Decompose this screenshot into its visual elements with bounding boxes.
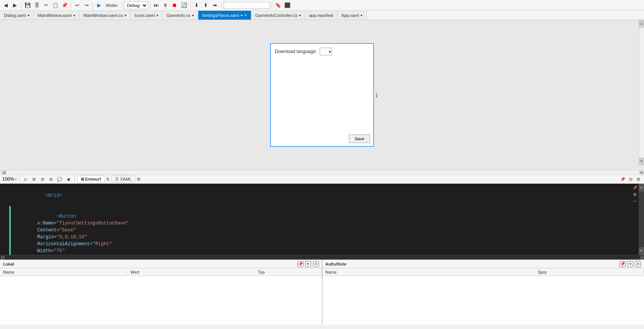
tab-settings-flyout[interactable]: SettingsFlyout.xaml ● ✕ [198,11,251,20]
tab-label: App.xaml [341,13,359,18]
pin-editor-btn[interactable]: 📌 [632,184,638,191]
tab-gameinfo-cs[interactable]: GameInfo.cs ● [163,11,198,20]
flyout-language-combo[interactable]: ▾ [320,48,332,55]
aufruf-panel-body [322,276,644,325]
tab-xaml[interactable]: 🗒 XAML [111,176,135,183]
step-over2-btn[interactable]: ➡ [211,1,219,10]
back-btn[interactable]: ◀ [2,1,10,10]
sep2 [71,2,71,9]
stop-btn[interactable]: ⏹ [171,1,179,10]
aufruf-panel-header: Aufrufliste 📌 ▾ ✕ [322,260,644,268]
tab-mainwindow-xaml[interactable]: MainWindow.xaml ● [34,11,80,20]
bottom-panels: Lokal 📌 ▾ ✕ Name Wert Typ Aufrufliste 📌 … [0,259,644,325]
cut-btn[interactable]: ✂ [42,1,50,10]
pause-btn[interactable]: ⏸ [161,1,170,10]
sep-zoom [19,176,20,183]
split-v-btn[interactable]: ⊞ [635,176,642,183]
lokal-panel-title: Lokal [3,262,296,266]
aufruf-dropdown-btn[interactable]: ▾ [627,261,633,267]
play-btn[interactable]: ▶ [95,1,103,10]
undo-btn[interactable]: ↩ [73,1,81,10]
split-editor-btn[interactable]: ⊞ [632,191,638,197]
aufruf-panel-title: Aufrufliste [325,262,618,266]
tab-gameinfocontroller[interactable]: GameInfoController.cs ● [251,11,305,20]
grid-btn[interactable]: ⊞ [31,176,38,183]
minimize-editor-btn[interactable]: — [632,198,638,204]
zoom-arrow-icon: ▾ [15,178,17,181]
flyout-save-button[interactable]: Save [349,135,370,143]
vscroll-down-btn[interactable]: ▼ [639,158,644,165]
tab-dirty-indicator: ● [73,13,75,17]
tab-label: GameInfoController.cs [255,13,297,18]
zoom-dropdown[interactable]: 100% ▾ [2,176,17,182]
vscroll-up-btn[interactable]: ▲ [639,20,644,28]
main-toolbar: ◀ ▶ 💾 🗄 ✂ 📋 📌 ↩ ↪ ▶ Weiter Debug ⏭ ⏸ ⏹ 🔄… [0,0,644,11]
step-over-btn[interactable]: ⏭ [152,1,161,10]
lokal-pin-btn[interactable]: 📌 [297,261,304,267]
forward-btn[interactable]: ▶ [11,1,19,10]
hscroll-right-btn[interactable]: ▶ [639,171,644,174]
aufruf-col-spra: Spra [534,270,644,274]
step-out-btn[interactable]: ⬆ [202,1,210,10]
xml-hscrollbar[interactable] [0,255,644,259]
split-h-btn[interactable]: ⊟ [627,176,634,183]
swap-view-btn[interactable]: ⇅ [105,176,111,183]
tab-label: SettingsFlyout.xaml [202,13,239,18]
breakpoint-btn[interactable]: ⬛ [283,1,292,10]
bottom-toolbar: 100% ▾ 𝑓𝑥 ⊞ ⊟ ⊕ 💬 ◀ ⊞ Entwurf ⇅ 🗒 XAML ⚙… [0,174,644,184]
xml-line-4: <Button x:Name="flyoutSettingsButtonSave… [0,206,644,255]
resize-handle-right: ‖ [375,92,378,98]
flyout-language-label: Download language: [275,49,317,54]
xml-vscrollbar[interactable]: ▲ ▼ [639,184,644,255]
restart-btn[interactable]: 🔄 [180,1,188,10]
grid2-btn[interactable]: ⊟ [39,176,46,183]
hscroll-left-btn[interactable]: ◀ [2,171,6,174]
lokal-panel-header: Lokal 📌 ▾ ✕ [0,260,322,268]
paste-btn[interactable]: 📌 [60,1,69,10]
tab-label: MainWindow.xaml [38,13,72,18]
xml-editor: <Grid> <Button x:Name="flyoutSettingsBut… [0,184,644,255]
tab-dialog[interactable]: Dialog.xaml ● [0,11,34,20]
line-code-2: <Grid> [12,185,644,206]
pin-btn[interactable]: 📌 [619,176,626,183]
tab-app-manifest[interactable]: app.manifest [305,11,337,20]
editor-right-icons: 📌 ⊞ — [631,184,639,204]
design-vscrollbar[interactable]: ▲ ▼ [639,20,644,165]
weiter-label: Weiter [104,3,120,8]
design-hscrollbar[interactable]: ◀ ▶ [0,170,644,174]
save-btn[interactable]: 💾 [23,1,32,10]
xml-scroll-up[interactable]: ▲ [639,184,644,191]
copy-btn[interactable]: 📋 [51,1,60,10]
flyout-save-area: Save [271,131,373,146]
collapse-btn[interactable]: ◀ [65,176,71,183]
sep7 [221,2,222,9]
bookmark-btn[interactable]: 🔖 [274,1,282,10]
lokal-dropdown-btn[interactable]: ▾ [305,261,311,267]
xml-line-2: <Grid> [0,185,644,206]
xml-scroll-down[interactable]: ▼ [639,247,644,255]
redo-btn[interactable]: ↪ [82,1,91,10]
formula-btn[interactable]: 𝑓𝑥 [22,176,29,183]
tab-close-btn[interactable]: ✕ [244,13,247,17]
lokal-col-wert: Wert [128,270,255,274]
combo-arrow-icon: ▾ [329,50,331,54]
comment-btn[interactable]: 💬 [56,176,63,183]
xml-hscroll-right[interactable] [640,256,644,259]
save-all-btn[interactable]: 🗄 [33,1,41,10]
tab-app-xaml[interactable]: App.xaml ● [337,11,367,20]
settings-view-btn[interactable]: ⚙ [135,176,142,183]
line-code-4: <Button x:Name="flyoutSettingsButtonSave… [12,206,644,255]
tab-entwurf[interactable]: ⊞ Entwurf [77,176,105,183]
aufruf-pin-btn[interactable]: 📌 [619,261,626,267]
search-input[interactable] [224,2,270,9]
debug-dropdown[interactable]: Debug [124,2,148,9]
xaml-icon: 🗒 [115,177,119,181]
step-into-btn[interactable]: ⬇ [193,1,201,10]
lokal-close-btn[interactable]: ✕ [313,261,319,267]
snap-btn[interactable]: ⊕ [48,176,55,183]
aufruf-close-btn[interactable]: ✕ [635,261,641,267]
lokal-columns: Name Wert Typ [0,268,322,276]
tab-icons[interactable]: Icons.xaml ● [131,11,163,20]
xml-hscroll-left[interactable] [1,256,5,259]
tab-mainwindow-cs[interactable]: MainWindow.xaml.cs ● [80,11,131,20]
